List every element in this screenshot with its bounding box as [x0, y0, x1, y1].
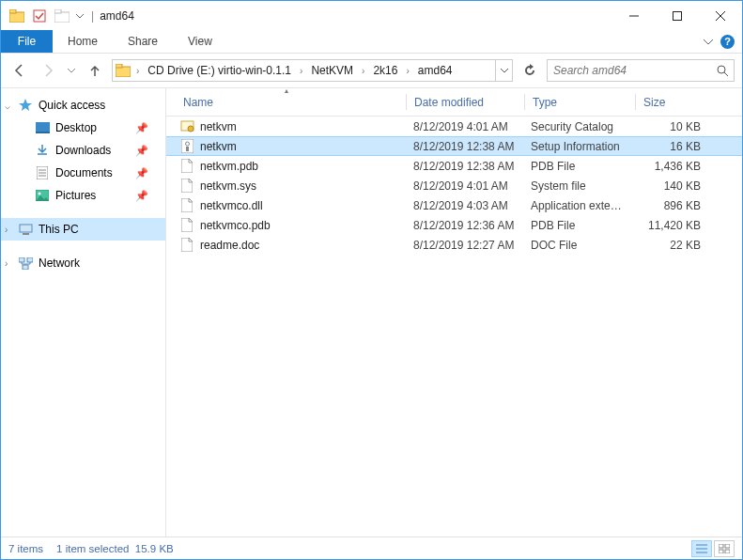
svg-rect-30 — [186, 147, 189, 151]
maximize-button[interactable] — [656, 2, 699, 30]
file-row[interactable]: netkvm8/12/2019 12:38 AMSetup Informatio… — [166, 136, 742, 156]
file-icon — [179, 218, 194, 233]
qat-dropdown-icon[interactable] — [74, 6, 85, 26]
file-row[interactable]: netkvmco.pdb8/12/2019 12:36 AMPDB File11… — [166, 215, 742, 235]
chevron-right-icon[interactable]: › — [359, 66, 367, 76]
properties-icon[interactable] — [29, 6, 50, 26]
sidebar-item-desktop[interactable]: Desktop 📌 — [1, 117, 165, 139]
chevron-right-icon[interactable]: › — [133, 66, 142, 76]
tab-share[interactable]: Share — [113, 30, 173, 53]
tab-view[interactable]: View — [173, 30, 227, 53]
navigation-pane: ⌵ Quick access Desktop 📌 Downloads 📌 Doc… — [1, 88, 166, 537]
pin-icon: 📌 — [135, 122, 148, 134]
breadcrumb-seg-3[interactable]: amd64 — [412, 60, 458, 81]
column-size[interactable]: Size — [636, 88, 711, 116]
chevron-right-icon[interactable]: › — [5, 225, 8, 235]
quick-access-toolbar — [1, 6, 85, 26]
chevron-down-icon[interactable]: ⌵ — [5, 101, 10, 111]
column-date[interactable]: Date modified — [407, 88, 524, 116]
file-type: Application extens... — [523, 199, 633, 212]
file-row[interactable]: netkvm8/12/2019 4:01 AMSecurity Catalog1… — [166, 117, 742, 136]
close-button[interactable] — [699, 2, 742, 30]
ribbon-expand-icon[interactable] — [704, 37, 713, 46]
svg-rect-22 — [23, 233, 29, 235]
svg-point-27 — [188, 126, 193, 132]
minimize-button[interactable] — [612, 2, 656, 30]
folder-icon — [7, 6, 27, 26]
file-row[interactable]: netkvm.sys8/12/2019 4:01 AMSystem file14… — [166, 176, 742, 195]
network-icon — [18, 256, 33, 271]
window-title: amd64 — [100, 9, 134, 23]
breadcrumb-seg-2[interactable]: 2k16 — [367, 60, 403, 81]
file-row[interactable]: netkvm.pdb8/12/2019 12:38 AMPDB File1,43… — [166, 156, 742, 176]
tab-home[interactable]: Home — [53, 30, 113, 53]
file-rows: netkvm8/12/2019 4:01 AMSecurity Catalog1… — [166, 117, 742, 537]
search-icon[interactable] — [711, 60, 734, 81]
sidebar-item-label: Quick access — [39, 99, 105, 112]
title-bar: | amd64 — [1, 1, 742, 30]
sidebar-item-label: Desktop — [55, 121, 97, 134]
file-list-pane: ▴ Name Date modified Type Size netkvm8/1… — [166, 88, 742, 537]
file-size: 16 KB — [633, 140, 708, 153]
up-button[interactable] — [84, 59, 106, 82]
file-date: 8/12/2019 4:01 AM — [406, 120, 523, 133]
file-icon — [179, 159, 194, 174]
column-name[interactable]: ▴ Name — [166, 88, 406, 116]
chevron-right-icon[interactable]: › — [5, 258, 8, 269]
sidebar-item-label: Pictures — [55, 189, 96, 202]
help-icon[interactable]: ? — [720, 35, 735, 49]
breadcrumb-seg-1[interactable]: NetKVM — [305, 60, 359, 81]
file-name: netkvm.pdb — [200, 160, 258, 173]
search-box[interactable] — [547, 59, 735, 82]
svg-rect-10 — [116, 64, 122, 68]
ribbon: File Home Share View ? — [1, 30, 742, 54]
sidebar-network[interactable]: › Network — [1, 252, 165, 274]
svg-rect-6 — [673, 11, 682, 20]
chevron-right-icon[interactable]: › — [297, 66, 305, 76]
sidebar-item-label: Downloads — [55, 144, 111, 157]
file-date: 8/12/2019 12:27 AM — [406, 239, 523, 252]
back-button[interactable] — [8, 59, 31, 82]
sidebar-item-downloads[interactable]: Downloads 📌 — [1, 139, 165, 162]
forward-button[interactable] — [37, 59, 59, 82]
refresh-button[interactable] — [519, 59, 541, 82]
file-type: System file — [523, 179, 633, 193]
drive-icon — [113, 60, 133, 81]
sidebar-item-label: Network — [39, 257, 80, 270]
svg-rect-25 — [23, 265, 28, 270]
file-row[interactable]: netkvmco.dll8/12/2019 4:03 AMApplication… — [166, 195, 742, 215]
svg-rect-3 — [54, 12, 70, 23]
pin-icon: 📌 — [135, 167, 148, 179]
thumbnails-view-button[interactable] — [714, 540, 735, 557]
sidebar-this-pc[interactable]: › This PC — [1, 218, 165, 241]
sidebar-item-pictures[interactable]: Pictures 📌 — [1, 184, 165, 207]
file-size: 22 KB — [633, 239, 708, 252]
column-headers: ▴ Name Date modified Type Size — [166, 88, 742, 117]
svg-rect-21 — [20, 225, 32, 232]
chevron-right-icon[interactable]: › — [403, 66, 411, 76]
recent-dropdown-icon[interactable] — [65, 59, 78, 82]
sidebar-item-documents[interactable]: Documents 📌 — [1, 162, 165, 184]
file-type: DOC File — [523, 239, 633, 252]
svg-point-11 — [718, 66, 725, 73]
svg-rect-2 — [34, 10, 45, 22]
sidebar-quick-access[interactable]: ⌵ Quick access — [1, 94, 165, 117]
address-bar[interactable]: › CD Drive (E:) virtio-win-0.1.1 › NetKV… — [112, 59, 513, 82]
new-folder-icon[interactable] — [52, 6, 72, 26]
file-row[interactable]: readme.doc8/12/2019 12:27 AMDOC File22 K… — [166, 235, 742, 255]
svg-rect-9 — [116, 67, 131, 77]
status-item-count: 7 items — [8, 543, 43, 554]
svg-line-12 — [724, 72, 728, 76]
svg-rect-35 — [725, 544, 730, 548]
file-name: netkvm.sys — [200, 179, 256, 193]
details-view-button[interactable] — [691, 540, 712, 557]
search-input[interactable] — [548, 64, 711, 77]
file-icon — [179, 198, 194, 213]
column-type[interactable]: Type — [525, 88, 635, 116]
file-tab[interactable]: File — [1, 30, 53, 53]
file-icon — [179, 139, 194, 154]
file-date: 8/12/2019 12:36 AM — [406, 219, 523, 232]
file-type: PDB File — [523, 160, 633, 173]
address-dropdown-icon[interactable] — [495, 60, 512, 81]
breadcrumb-seg-0[interactable]: CD Drive (E:) virtio-win-0.1.1 — [142, 60, 297, 81]
